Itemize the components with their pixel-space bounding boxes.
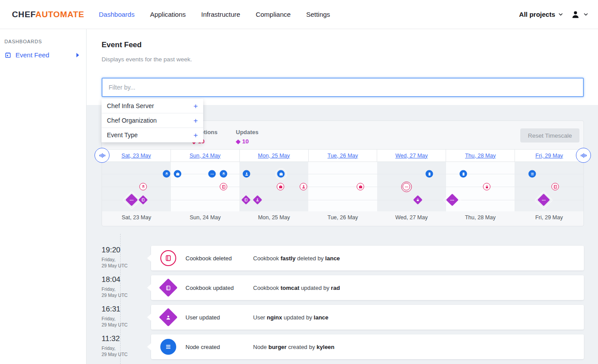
timescale-slider-left-button[interactable]	[95, 148, 110, 163]
page-title: Event Feed	[102, 41, 142, 49]
event-description: Node burger created by kyleen	[253, 344, 334, 350]
nav-item-compliance[interactable]: Compliance	[256, 11, 291, 18]
event-marker-deleted-layers[interactable]	[140, 183, 147, 191]
event-description: User nginx updated by lance	[253, 314, 329, 321]
ellipsis-icon	[210, 172, 214, 176]
gridline	[102, 200, 583, 200]
filter-dropdown: Chef Infra Server + Chef Organization + …	[102, 99, 203, 143]
axis-label: Sun, 24 May	[171, 214, 240, 221]
timeline-grid	[102, 162, 583, 211]
event-time: 16:31 Friday,29 May UTC	[102, 305, 135, 328]
event-description: Cookbook fastly deleted by lance	[253, 255, 340, 262]
event-marker-created-ellipsis[interactable]	[208, 170, 216, 178]
event-marker-created-layers[interactable]	[163, 170, 170, 178]
event-marker-updated-ellipsis[interactable]	[537, 194, 550, 206]
event-marker-deleted-ellipsis[interactable]	[403, 183, 410, 191]
list-icon	[530, 172, 534, 176]
event-marker-created-layers[interactable]	[220, 170, 227, 178]
logo-chef: CHEF	[12, 10, 35, 19]
event-card: User updated User nginx updated by lance	[151, 305, 584, 330]
person-icon	[244, 172, 249, 176]
axis-label: Wed, 27 May	[377, 214, 446, 221]
add-filter-plus-icon[interactable]: +	[193, 102, 198, 110]
event-title: User updated	[185, 314, 220, 321]
event-marker-updated-ellipsis[interactable]	[446, 194, 458, 206]
main-nav: DashboardsApplicationsInfrastructureComp…	[99, 11, 330, 18]
axis-label: Fri, 29 May	[515, 214, 583, 221]
axis-label: Thu, 28 May	[446, 214, 515, 221]
event-marker-deleted-lock[interactable]	[483, 183, 491, 191]
event-marker-deleted-briefcase[interactable]	[357, 183, 364, 191]
add-filter-plus-icon[interactable]: +	[193, 131, 198, 139]
event-marker-deleted-person[interactable]	[300, 183, 307, 191]
nav-item-infrastructure[interactable]: Infrastructure	[201, 11, 240, 18]
day-link[interactable]: Tue, 26 May	[328, 153, 358, 159]
chevron-icon	[557, 11, 564, 18]
dropdown-item-event-type[interactable]: Event Type +	[102, 128, 203, 143]
card-tail	[147, 343, 151, 350]
dropdown-item-chef-infra-server[interactable]: Chef Infra Server +	[102, 99, 203, 113]
nav-item-settings[interactable]: Settings	[306, 11, 330, 18]
event-marker-created-list[interactable]	[529, 170, 536, 178]
event-type-icon-book	[159, 278, 178, 297]
event-title: Cookbook deleted	[185, 255, 232, 262]
day-link[interactable]: Thu, 28 May	[465, 153, 496, 159]
chevron-down-icon[interactable]	[557, 11, 564, 18]
reset-timescale-button[interactable]: Reset Timescale	[520, 128, 579, 143]
sidebar: DASHBOARDS Event Feed	[0, 29, 87, 364]
sidebar-item-event-feed[interactable]: Event Feed	[4, 51, 82, 59]
event-marker-updated-ellipsis[interactable]	[125, 194, 138, 206]
book-icon	[165, 255, 172, 262]
person-icon	[301, 184, 306, 189]
event-card: Node created Node burger created by kyle…	[151, 334, 584, 359]
event-marker-created-doc[interactable]	[460, 170, 467, 178]
layers-icon	[221, 172, 226, 176]
chevron-down-icon[interactable]	[583, 11, 589, 18]
day-link[interactable]: Mon, 25 May	[258, 153, 290, 159]
event-title: Node created	[185, 344, 220, 350]
nav-item-applications[interactable]: Applications	[150, 11, 186, 18]
event-marker-created-briefcase[interactable]	[174, 170, 182, 178]
timescale-slider-right-button[interactable]	[576, 148, 591, 163]
day-link[interactable]: Sun, 24 May	[189, 153, 220, 159]
equalizer-icon	[98, 152, 106, 159]
stat-updates: Updates ◆ 10	[236, 129, 258, 145]
lock-icon	[416, 198, 420, 202]
event-card: Cookbook deleted Cookbook fastly deleted…	[151, 246, 584, 270]
event-feed-list: 19:20 Friday,29 May UTC Cookbook deleted…	[87, 234, 598, 364]
axis-label: Mon, 25 May	[239, 214, 308, 221]
event-marker-created-person[interactable]	[243, 170, 250, 178]
card-tail	[147, 255, 151, 262]
ellipsis-icon	[404, 184, 409, 189]
event-type-icon-book	[160, 250, 176, 266]
event-time: 19:20 Friday,29 May UTC	[102, 246, 135, 269]
person-icon	[256, 198, 260, 202]
dropdown-item-chef-organization[interactable]: Chef Organization +	[102, 113, 203, 128]
briefcase-icon	[358, 184, 363, 189]
timeline-axis-labels: Sat, 23 MaySun, 24 MayMon, 25 MayTue, 26…	[102, 214, 583, 221]
nav-item-dashboards[interactable]: Dashboards	[99, 11, 135, 18]
event-time-value: 16:31	[102, 305, 135, 314]
calendar-icon	[4, 52, 11, 59]
user-avatar-icon[interactable]	[571, 10, 580, 19]
logo-automate: AUTOMATE	[35, 10, 84, 19]
day-link[interactable]: Fri, 29 May	[535, 153, 563, 159]
project-selector[interactable]: All projects	[519, 11, 555, 18]
sidebar-item-label: Event Feed	[15, 51, 49, 59]
event-date: Friday,29 May UTC	[102, 257, 135, 269]
event-marker-deleted-briefcase[interactable]	[277, 183, 284, 191]
event-marker-created-briefcase[interactable]	[277, 170, 285, 178]
event-marker-deleted-book[interactable]	[220, 183, 227, 191]
filter-input[interactable]	[102, 78, 584, 97]
briefcase-icon	[175, 172, 180, 176]
book-icon	[244, 198, 248, 202]
day-link[interactable]: Wed, 27 May	[395, 153, 428, 159]
day-link[interactable]: Sat, 23 May	[121, 153, 151, 159]
expand-arrow-icon[interactable]	[76, 53, 79, 57]
event-time-value: 18:04	[102, 275, 135, 284]
event-date: Friday,29 May UTC	[102, 345, 135, 357]
add-filter-plus-icon[interactable]: +	[193, 117, 198, 124]
event-marker-deleted-book[interactable]	[552, 183, 559, 191]
book-icon	[221, 184, 226, 189]
event-marker-created-doc[interactable]	[426, 170, 433, 178]
